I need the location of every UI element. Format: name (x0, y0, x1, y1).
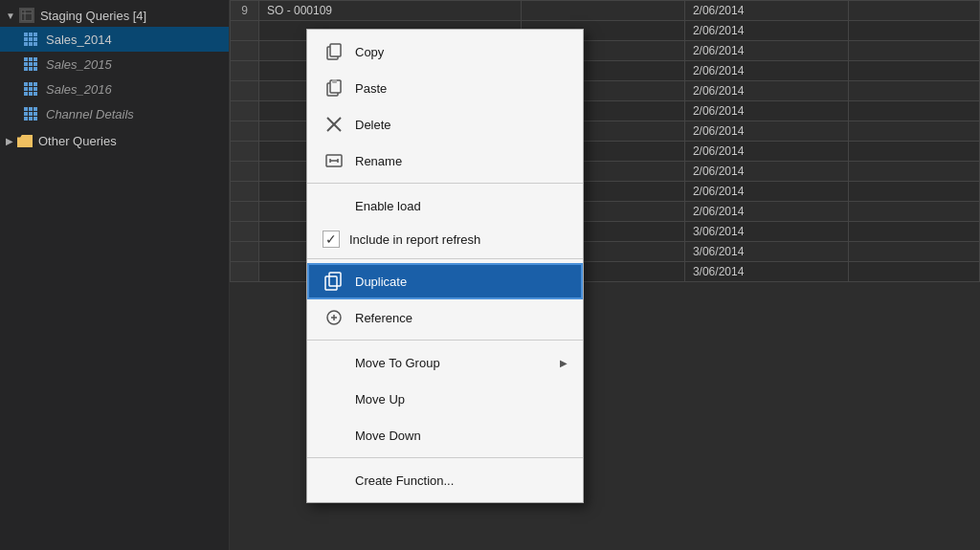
row-number (231, 81, 259, 101)
svg-rect-5 (330, 44, 341, 56)
enable-load-label: Enable load (355, 199, 421, 213)
extra-date-col (849, 61, 980, 81)
sidebar-label-sales2015: Sales_2015 (46, 57, 112, 72)
date-value: 3/06/2014 (684, 222, 848, 242)
move-down-label: Move Down (355, 429, 421, 443)
staging-queries-label: Staging Queries [4] (40, 9, 146, 23)
extra-col (521, 1, 684, 21)
extra-date-col (849, 262, 980, 282)
checkmark-icon: ✓ (323, 231, 340, 248)
extra-date-col (849, 121, 980, 142)
folder-icon-other (17, 135, 33, 147)
menu-item-move-to-group[interactable]: Move To Group ▶ (307, 344, 583, 381)
extra-date-col (849, 21, 980, 41)
other-queries-group[interactable]: ▶ Other Queries (0, 130, 229, 152)
group-icon (19, 8, 34, 23)
extra-date-col (849, 242, 980, 262)
delete-icon (323, 113, 345, 136)
menu-item-rename[interactable]: Rename (307, 143, 583, 179)
table-row: 9SO - 0001092/06/2014 (231, 1, 980, 21)
reference-icon (323, 306, 345, 329)
move-up-icon (323, 387, 345, 410)
sidebar-item-sales2014[interactable]: Sales_2014 (0, 27, 229, 52)
table-icon-sales2015 (23, 56, 38, 72)
duplicate-icon (323, 270, 345, 293)
menu-item-include-refresh[interactable]: ✓ Include in report refresh (307, 224, 583, 254)
date-value: 2/06/2014 (684, 182, 848, 202)
menu-item-move-down[interactable]: Move Down (307, 417, 583, 453)
move-down-icon (323, 424, 345, 447)
menu-item-delete[interactable]: Delete (307, 106, 583, 143)
row-number (231, 101, 259, 121)
staging-queries-group[interactable]: ▼ Staging Queries [4] (0, 4, 229, 27)
date-value: 2/06/2014 (684, 101, 848, 121)
separator-3 (307, 340, 583, 341)
move-to-group-icon (323, 351, 345, 374)
reference-label: Reference (355, 311, 412, 325)
menu-item-reference[interactable]: Reference (307, 299, 583, 336)
menu-item-copy[interactable]: Copy (307, 33, 583, 70)
submenu-arrow: ▶ (560, 358, 568, 368)
extra-date-col (849, 81, 980, 101)
paste-label: Paste (355, 81, 387, 96)
sidebar-item-channel-details[interactable]: Channel Details (0, 101, 229, 126)
other-group-triangle: ▶ (6, 136, 13, 146)
menu-item-paste[interactable]: Paste (307, 70, 583, 106)
menu-item-move-up[interactable]: Move Up (307, 381, 583, 417)
extra-date-col (849, 1, 980, 21)
sidebar-label-sales2016: Sales_2016 (46, 82, 112, 97)
separator-2 (307, 258, 583, 259)
date-value: 3/06/2014 (684, 242, 848, 262)
sidebar-item-sales2016[interactable]: Sales_2016 (0, 77, 229, 101)
date-value: 2/06/2014 (684, 1, 848, 21)
row-number (231, 182, 259, 202)
menu-item-duplicate[interactable]: Duplicate (307, 263, 583, 299)
content-area: 9SO - 0001092/06/20142/06/20142/06/20142… (230, 0, 980, 550)
extra-date-col (849, 202, 980, 222)
svg-rect-16 (329, 273, 341, 286)
copy-label: Copy (355, 45, 384, 59)
row-number (231, 202, 259, 222)
other-queries-label: Other Queries (38, 134, 117, 148)
menu-item-enable-load[interactable]: Enable load (307, 187, 583, 224)
rename-icon (323, 149, 345, 172)
enable-load-icon (323, 194, 345, 217)
delete-label: Delete (355, 118, 391, 132)
table-icon-channel (23, 106, 38, 121)
row-number (231, 222, 259, 242)
paste-icon (323, 77, 345, 99)
sidebar-item-sales2015[interactable]: Sales_2015 (0, 52, 229, 77)
date-value: 2/06/2014 (684, 142, 848, 162)
row-number (231, 41, 259, 61)
date-value: 2/06/2014 (684, 21, 848, 41)
date-value: 2/06/2014 (684, 81, 848, 101)
separator-4 (307, 457, 583, 458)
create-function-label: Create Function... (355, 473, 454, 488)
duplicate-label: Duplicate (355, 275, 407, 289)
row-number (231, 262, 259, 282)
date-value: 2/06/2014 (684, 202, 848, 222)
svg-rect-8 (332, 79, 337, 83)
sidebar-label-sales2014: Sales_2014 (46, 33, 112, 47)
table-icon-sales2016 (23, 81, 38, 97)
extra-date-col (849, 41, 980, 61)
sidebar-label-channel: Channel Details (46, 107, 134, 121)
extra-date-col (849, 142, 980, 162)
table-icon-sales2014 (23, 32, 38, 47)
menu-item-create-function[interactable]: Create Function... (307, 462, 583, 498)
row-number (231, 242, 259, 262)
collapse-triangle: ▼ (6, 11, 15, 21)
include-refresh-label: Include in report refresh (349, 232, 480, 247)
date-value: 2/06/2014 (684, 41, 848, 61)
row-number: 9 (231, 1, 259, 21)
extra-date-col (849, 222, 980, 242)
create-function-icon (323, 469, 345, 492)
so-value: SO - 000109 (259, 1, 522, 21)
context-menu: Copy Paste Delete (306, 29, 584, 503)
extra-date-col (849, 182, 980, 202)
extra-date-col (849, 162, 980, 182)
copy-icon (323, 40, 345, 63)
extra-date-col (849, 101, 980, 121)
date-value: 2/06/2014 (684, 61, 848, 81)
row-number (231, 121, 259, 142)
